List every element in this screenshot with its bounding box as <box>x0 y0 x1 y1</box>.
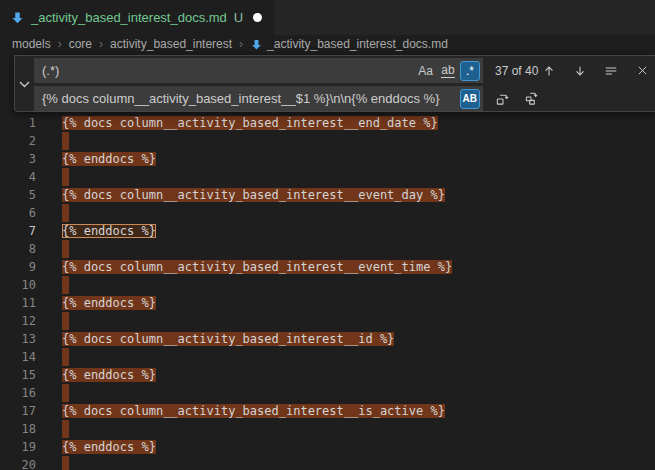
line-content <box>62 204 69 222</box>
markdown-file-icon <box>10 10 25 25</box>
match-count-label: 37 of 40 <box>495 64 538 78</box>
code-line[interactable]: 13{% docs column__activity_based_interes… <box>0 330 655 348</box>
preserve-case-toggle[interactable]: AB <box>460 89 480 109</box>
breadcrumb-separator: › <box>239 37 243 51</box>
line-content <box>62 168 69 186</box>
line-number: 11 <box>0 294 36 312</box>
line-number: 18 <box>0 420 36 438</box>
replace-icon <box>495 91 510 106</box>
find-in-selection-button[interactable] <box>600 60 622 82</box>
breadcrumb-item[interactable]: models <box>12 37 51 51</box>
code-line[interactable]: 16 <box>0 384 655 402</box>
code-line[interactable]: 5{% docs column__activity_based_interest… <box>0 186 655 204</box>
breadcrumb-label: models <box>12 37 51 51</box>
vscode-window: _activity_based_interest_docs.md U model… <box>0 0 655 470</box>
chevron-down-icon <box>19 81 30 88</box>
find-match-highlight: {% docs column__activity_based_interest_… <box>62 260 452 274</box>
find-match-highlight: {% docs column__activity_based_interest_… <box>62 332 394 346</box>
current-find-match: {% enddocs %} <box>62 224 156 238</box>
match-case-toggle[interactable]: Aa <box>415 61 436 81</box>
find-match-highlight: {% docs column__activity_based_interest_… <box>62 404 445 418</box>
line-content <box>62 348 69 366</box>
empty-regex-match-highlight <box>62 384 69 402</box>
code-line[interactable]: 11{% enddocs %} <box>0 294 655 312</box>
line-content: {% docs column__activity_based_interest_… <box>62 330 394 348</box>
line-content: {% docs column__activity_based_interest_… <box>62 258 452 276</box>
code-line[interactable]: 10 <box>0 276 655 294</box>
line-content: {% enddocs %} <box>62 150 156 168</box>
line-number: 13 <box>0 330 36 348</box>
find-match-highlight: {% enddocs %} <box>62 440 156 454</box>
replace-all-button[interactable] <box>520 88 542 110</box>
code-line[interactable]: 19{% enddocs %} <box>0 438 655 456</box>
code-line[interactable]: 17{% docs column__activity_based_interes… <box>0 402 655 420</box>
find-row: Aa ab .* 37 of 40 <box>15 58 655 83</box>
code-lines: 1{% docs column__activity_based_interest… <box>0 114 655 470</box>
breadcrumb-label: _activity_based_interest_docs.md <box>267 37 448 51</box>
line-number: 12 <box>0 312 36 330</box>
code-line[interactable]: 2 <box>0 132 655 150</box>
regex-toggle[interactable]: .* <box>460 61 480 81</box>
line-content <box>62 384 69 402</box>
previous-match-button[interactable] <box>538 60 560 82</box>
code-line[interactable]: 7{% enddocs %} <box>0 222 655 240</box>
find-input[interactable] <box>34 63 413 78</box>
markdown-file-icon <box>250 38 263 51</box>
code-line[interactable]: 12 <box>0 312 655 330</box>
empty-regex-match-highlight <box>62 276 69 294</box>
empty-regex-match-highlight <box>62 348 69 366</box>
find-match-highlight: {% enddocs %} <box>62 152 156 166</box>
close-find-widget-button[interactable] <box>631 60 653 82</box>
find-match-highlight: {% docs column__activity_based_interest_… <box>62 188 445 202</box>
line-number: 19 <box>0 438 36 456</box>
find-input-box: Aa ab .* <box>34 58 483 83</box>
find-match-highlight: {% enddocs %} <box>62 368 156 382</box>
breadcrumb: models›core›activity_based_interest›_act… <box>0 35 655 53</box>
line-number: 20 <box>0 456 36 470</box>
line-number: 6 <box>0 204 36 222</box>
line-content: {% enddocs %} <box>62 438 156 456</box>
line-content <box>62 240 69 258</box>
code-line[interactable]: 20 <box>0 456 655 470</box>
breadcrumb-item[interactable]: activity_based_interest <box>110 37 232 51</box>
toggle-replace-chevron[interactable] <box>15 59 34 110</box>
line-number: 15 <box>0 366 36 384</box>
tab-bar: _activity_based_interest_docs.md U <box>0 0 655 35</box>
breadcrumb-item[interactable]: core <box>69 37 92 51</box>
unsaved-changes-dot[interactable] <box>253 13 262 22</box>
line-content: {% docs column__activity_based_interest_… <box>62 402 445 420</box>
breadcrumb-item[interactable]: _activity_based_interest_docs.md <box>250 37 448 51</box>
next-match-button[interactable] <box>569 60 591 82</box>
empty-regex-match-highlight <box>62 204 69 222</box>
code-line[interactable]: 18 <box>0 420 655 438</box>
editor-pane[interactable]: 1{% docs column__activity_based_interest… <box>0 53 655 470</box>
line-content <box>62 312 69 330</box>
code-line[interactable]: 15{% enddocs %} <box>0 366 655 384</box>
line-content <box>62 276 69 294</box>
code-line[interactable]: 4 <box>0 168 655 186</box>
find-actions <box>538 60 653 82</box>
code-line[interactable]: 3{% enddocs %} <box>0 150 655 168</box>
line-number: 4 <box>0 168 36 186</box>
git-untracked-badge: U <box>234 10 243 25</box>
line-content <box>62 132 69 150</box>
code-line[interactable]: 8 <box>0 240 655 258</box>
find-replace-widget: Aa ab .* 37 of 40 <box>14 55 655 112</box>
code-line[interactable]: 9{% docs column__activity_based_interest… <box>0 258 655 276</box>
tab-activity-based-interest-docs[interactable]: _activity_based_interest_docs.md U <box>0 0 274 35</box>
empty-regex-match-highlight <box>62 456 69 470</box>
empty-regex-match-highlight <box>62 168 69 186</box>
code-line[interactable]: 1{% docs column__activity_based_interest… <box>0 114 655 132</box>
whole-word-toggle[interactable]: ab <box>438 61 458 81</box>
code-line[interactable]: 14 <box>0 348 655 366</box>
replace-all-icon <box>524 91 539 106</box>
replace-input[interactable] <box>34 91 458 106</box>
replace-button[interactable] <box>491 88 513 110</box>
line-number: 2 <box>0 132 36 150</box>
code-line[interactable]: 6 <box>0 204 655 222</box>
line-content: {% docs column__activity_based_interest_… <box>62 186 445 204</box>
line-content <box>62 456 69 470</box>
whole-word-label: ab <box>441 63 454 78</box>
line-number: 8 <box>0 240 36 258</box>
line-number: 10 <box>0 276 36 294</box>
